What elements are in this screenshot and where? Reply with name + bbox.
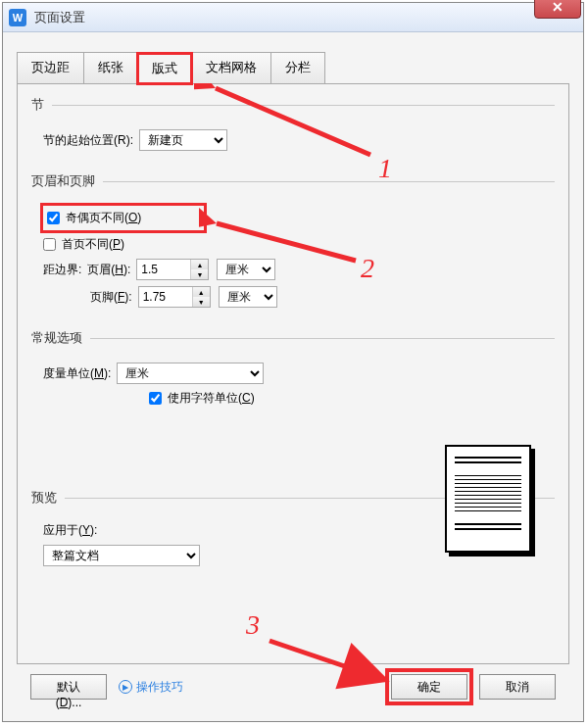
header-unit-select[interactable]: 厘米 xyxy=(217,259,275,280)
header-input[interactable] xyxy=(137,260,190,279)
section-legend: 节 xyxy=(31,96,52,114)
measure-label: 度量单位(M): xyxy=(43,365,111,382)
ok-button[interactable]: 确定 xyxy=(391,674,467,700)
dialog-window: W 页面设置 ✕ 页边距 纸张 版式 文档网格 分栏 节 节的起始位置(R): … xyxy=(2,2,584,722)
apply-select[interactable]: 整篇文档 xyxy=(43,545,200,566)
layout-panel: 节 节的起始位置(R): 新建页 页眉和页脚 奇偶页不同(O) 首页不同(P) xyxy=(17,83,569,664)
header-spinner[interactable]: ▲ ▼ xyxy=(136,259,209,280)
general-group: 常规选项 度量单位(M): 厘米 使用字符单位(C) xyxy=(31,329,555,412)
tab-columns[interactable]: 分栏 xyxy=(270,52,325,83)
button-bar: 默认(D)... ▶ 操作技巧 确定 取消 3 xyxy=(17,664,569,709)
footer-label: 页脚(F): xyxy=(90,289,132,306)
spinner-down-icon[interactable]: ▼ xyxy=(191,269,208,279)
section-group: 节 节的起始位置(R): 新建页 xyxy=(31,96,555,157)
section-start-label: 节的起始位置(R): xyxy=(43,132,133,149)
footer-unit-select[interactable]: 厘米 xyxy=(219,286,277,308)
first-page-checkbox[interactable] xyxy=(43,238,56,251)
spinner-up-icon[interactable]: ▲ xyxy=(193,287,210,297)
preview-thumbnail xyxy=(445,445,531,553)
char-unit-checkbox[interactable] xyxy=(149,392,162,405)
first-page-label: 首页不同(P) xyxy=(62,236,124,253)
spinner-up-icon[interactable]: ▲ xyxy=(191,260,208,269)
spinner-down-icon[interactable]: ▼ xyxy=(193,297,210,307)
tab-grid[interactable]: 文档网格 xyxy=(191,52,271,83)
tab-paper[interactable]: 纸张 xyxy=(83,52,138,83)
apply-label: 应用于(Y): xyxy=(43,522,97,539)
tips-label: 操作技巧 xyxy=(136,679,183,696)
footer-spinner[interactable]: ▲ ▼ xyxy=(138,286,211,308)
tab-layout[interactable]: 版式 xyxy=(137,53,192,84)
preview-legend: 预览 xyxy=(31,489,65,507)
general-legend: 常规选项 xyxy=(31,329,90,347)
header-footer-legend: 页眉和页脚 xyxy=(31,172,103,190)
close-icon: ✕ xyxy=(552,0,564,15)
header-footer-group: 页眉和页脚 奇偶页不同(O) 首页不同(P) 距边界: 页眉(H): ▲ xyxy=(31,172,555,314)
header-label: 页眉(H): xyxy=(87,262,130,278)
default-button[interactable]: 默认(D)... xyxy=(30,674,107,700)
section-start-select[interactable]: 新建页 xyxy=(139,129,227,151)
odd-even-row: 奇偶页不同(O) xyxy=(43,206,204,230)
titlebar: W 页面设置 ✕ xyxy=(3,3,583,32)
footer-input[interactable] xyxy=(139,287,192,307)
measure-select[interactable]: 厘米 xyxy=(117,363,264,384)
window-title: 页面设置 xyxy=(34,9,85,26)
char-unit-label: 使用字符单位(C) xyxy=(168,390,255,407)
close-button[interactable]: ✕ xyxy=(534,0,581,19)
cancel-button[interactable]: 取消 xyxy=(479,674,556,700)
odd-even-label: 奇偶页不同(O) xyxy=(66,210,141,226)
tips-link[interactable]: ▶ 操作技巧 xyxy=(119,679,183,696)
tab-bar: 页边距 纸张 版式 文档网格 分栏 xyxy=(17,52,569,83)
dialog-content: 页边距 纸张 版式 文档网格 分栏 节 节的起始位置(R): 新建页 页眉和页脚 xyxy=(3,32,583,721)
tips-icon: ▶ xyxy=(119,680,132,694)
preview-group: 预览 应用于(Y): 整篇文档 xyxy=(31,489,555,636)
boundary-label: 距边界: xyxy=(43,262,81,278)
app-icon: W xyxy=(9,9,26,26)
odd-even-checkbox[interactable] xyxy=(47,212,60,224)
tab-margin[interactable]: 页边距 xyxy=(17,52,84,83)
